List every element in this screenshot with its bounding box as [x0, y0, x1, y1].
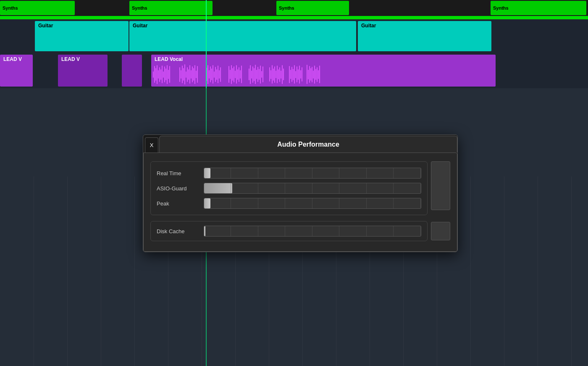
synth-clip-2[interactable]: Synths	[129, 1, 213, 15]
asio-guard-fill	[204, 183, 232, 193]
synth-clip-3[interactable]: Synths	[276, 1, 349, 15]
synth-green-bar	[0, 16, 588, 19]
playhead	[206, 0, 207, 88]
disk-cache-fill	[204, 226, 205, 236]
synth-clip-label-3: Synths	[279, 5, 294, 11]
audio-performance-dialog: X Audio Performance Real Time	[143, 134, 458, 252]
disk-cache-row: Disk Cache	[150, 221, 450, 241]
guitar-clip-3[interactable]: Guitar	[358, 21, 491, 51]
asio-guard-row: ASIO-Guard	[157, 183, 421, 194]
daw-background: Synths Synths Synths Synths Guitar Guita…	[0, 0, 588, 366]
vocal-track: LEAD V LEAD V LEAD Vocal	[0, 53, 588, 88]
vocal-clip-2[interactable]: LEAD V	[58, 55, 108, 87]
tab-label: Audio Performance	[277, 141, 339, 148]
disk-cache-meter	[204, 226, 421, 237]
peak-meter	[204, 198, 421, 209]
close-button[interactable]: X	[145, 137, 158, 153]
vocal-clip-label-1: LEAD V	[3, 56, 22, 62]
synth-clip-4[interactable]: Synths	[491, 1, 586, 15]
synth-track: Synths Synths Synths Synths	[0, 0, 588, 16]
vocal-clip-4[interactable]: LEAD Vocal	[151, 55, 496, 87]
peak-label: Peak	[157, 200, 199, 207]
tracks-area: Synths Synths Synths Synths Guitar Guita…	[0, 0, 588, 88]
synth-clip-label-1: Synths	[3, 5, 18, 11]
peak-fill	[204, 198, 210, 208]
synth-clip-label-2: Synths	[132, 5, 147, 11]
peak-row: Peak	[157, 198, 421, 209]
dialog-container: X Audio Performance Real Time	[143, 134, 458, 252]
vocal-clip-label-4: LEAD Vocal	[155, 56, 183, 62]
dialog-titlebar: X Audio Performance	[143, 135, 457, 153]
synth-clip-label-4: Synths	[493, 5, 509, 11]
disk-cache-indicator	[431, 222, 450, 240]
vocal-clip-1[interactable]: LEAD V	[0, 55, 33, 87]
guitar-clip-label-3: Guitar	[361, 23, 376, 29]
asio-guard-meter	[204, 183, 421, 194]
real-time-fill	[204, 168, 210, 178]
guitar-clip-1[interactable]: Guitar	[35, 21, 129, 51]
asio-guard-label: ASIO-Guard	[157, 185, 199, 192]
vocal-clip-label-2: LEAD V	[61, 56, 80, 62]
guitar-clip-2[interactable]: Guitar	[129, 21, 356, 51]
vocal-clip-3[interactable]	[122, 55, 142, 87]
audio-performance-tab[interactable]: Audio Performance	[159, 136, 457, 153]
synth-clip-1[interactable]: Synths	[0, 1, 75, 15]
real-time-row: Real Time	[157, 168, 421, 179]
dialog-body: Real Time ASIO-Guard	[143, 153, 457, 252]
peak-indicator	[431, 161, 450, 210]
guitar-clip-label-1: Guitar	[38, 23, 53, 29]
guitar-track: Guitar Guitar Guitar	[0, 19, 588, 53]
real-time-label: Real Time	[157, 170, 199, 176]
real-time-meter	[204, 168, 421, 179]
disk-cache-label: Disk Cache	[157, 228, 199, 234]
guitar-clip-label-2: Guitar	[133, 23, 147, 29]
